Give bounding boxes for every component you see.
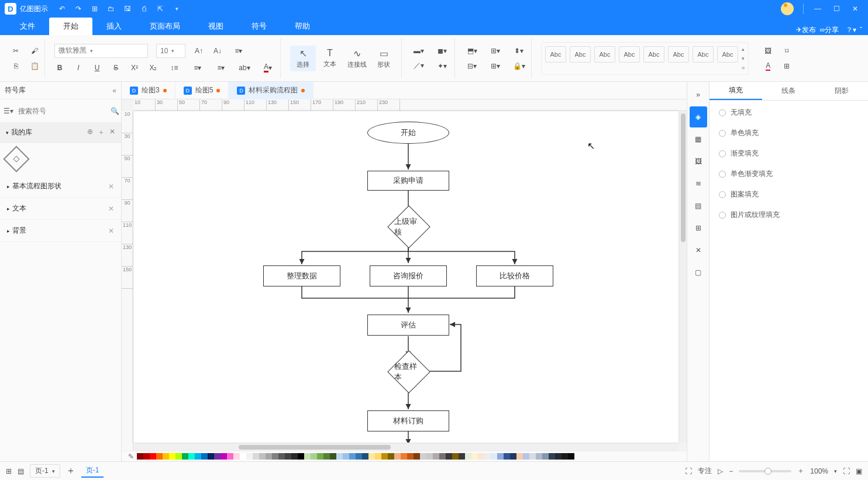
gallery-down-button[interactable]: ▾ <box>742 56 745 61</box>
font-color-button[interactable]: A▾ <box>260 63 275 73</box>
color-swatch[interactable] <box>175 453 182 460</box>
node-start[interactable]: 开始 <box>367 122 449 144</box>
bullets-button[interactable]: ≡▾ <box>190 63 205 73</box>
share-button[interactable]: ∞分享 <box>819 25 839 35</box>
style-preset-5[interactable]: Abc <box>643 46 664 63</box>
collapse-left-panel-button[interactable]: « <box>112 87 116 95</box>
color-swatch[interactable] <box>298 453 304 460</box>
menu-view[interactable]: 视图 <box>194 18 237 35</box>
add-page-button[interactable]: ＋ <box>66 465 75 477</box>
search-symbol-input[interactable] <box>16 105 108 118</box>
color-swatch[interactable] <box>356 453 362 460</box>
shadow-tab[interactable]: 阴影 <box>815 82 868 100</box>
color-swatch[interactable] <box>214 453 221 460</box>
node-compare-price[interactable]: 比较价格 <box>476 265 553 286</box>
decrease-font-button[interactable]: A↓ <box>212 46 223 56</box>
color-swatch[interactable] <box>420 453 426 460</box>
fill-color-button[interactable]: ▬▾ <box>411 46 426 56</box>
color-swatch[interactable] <box>536 453 542 460</box>
format-painter-button[interactable]: 🖌 <box>29 46 40 56</box>
color-swatch[interactable] <box>471 453 478 460</box>
fill-option-gradient[interactable]: 渐变填充 <box>719 149 859 158</box>
node-organize-data[interactable]: 整理数据 <box>263 265 340 286</box>
color-swatch[interactable] <box>150 453 156 460</box>
category-background[interactable]: ▸背景 ✕ <box>0 220 121 242</box>
style-preset-2[interactable]: Abc <box>570 46 591 63</box>
style-preset-4[interactable]: Abc <box>619 46 640 63</box>
picture-button[interactable]: 🖼 <box>763 46 773 56</box>
style-preset-8[interactable]: Abc <box>717 46 738 63</box>
undo-button[interactable]: ↶ <box>54 1 70 17</box>
page-selector[interactable]: 页-1▾ <box>30 464 60 478</box>
custom-shape-thumbnail[interactable] <box>3 146 29 172</box>
size-button[interactable]: ⬍▾ <box>511 46 526 56</box>
color-swatch[interactable] <box>439 453 446 460</box>
presentation-panel-button[interactable]: ▢ <box>690 262 707 283</box>
paste-button[interactable]: 📋 <box>29 61 40 71</box>
color-swatch[interactable] <box>562 453 568 460</box>
color-swatch[interactable] <box>188 453 195 460</box>
color-swatch[interactable] <box>291 453 298 460</box>
color-swatch[interactable] <box>426 453 433 460</box>
color-swatch[interactable] <box>137 453 143 460</box>
strikethrough-button[interactable]: S <box>111 63 121 73</box>
help-dropdown[interactable]: ？▾ <box>846 25 856 35</box>
focus-mode-button[interactable]: 专注 <box>698 466 712 476</box>
fill-option-mono-gradient[interactable]: 单色渐变填充 <box>719 169 859 179</box>
open-button[interactable]: 🗀 <box>103 1 119 17</box>
color-swatch[interactable] <box>349 453 356 460</box>
style-gallery[interactable]: Abc Abc Abc Abc Abc Abc Abc Abc ▴ ▾ ≡ <box>541 42 749 75</box>
color-swatch[interactable] <box>504 453 510 460</box>
color-swatch[interactable] <box>491 453 497 460</box>
color-swatch[interactable] <box>568 453 574 460</box>
node-check-sample[interactable]: 检查样本 <box>387 350 430 393</box>
color-swatch[interactable] <box>201 453 208 460</box>
bold-button[interactable]: B <box>54 63 65 73</box>
transform-panel-button[interactable]: ✕ <box>690 240 707 261</box>
color-swatch[interactable] <box>266 453 272 460</box>
redo-button[interactable]: ↷ <box>70 1 87 17</box>
fill-option-pattern[interactable]: 图案填充 <box>719 189 859 199</box>
color-swatch[interactable] <box>311 453 317 460</box>
color-swatch[interactable] <box>459 453 465 460</box>
fit-page-button[interactable]: ▣ <box>856 467 862 475</box>
line-color-button[interactable]: ／▾ <box>411 61 426 71</box>
color-swatch[interactable] <box>285 453 291 460</box>
color-swatch[interactable] <box>182 453 188 460</box>
node-evaluate[interactable]: 评估 <box>367 315 449 336</box>
minimize-button[interactable]: — <box>810 1 826 17</box>
underline-button[interactable]: U <box>92 63 102 73</box>
color-swatch[interactable] <box>407 453 414 460</box>
color-swatch[interactable] <box>381 453 388 460</box>
fill-tab[interactable]: 填充 <box>709 82 762 100</box>
color-swatch[interactable] <box>259 453 266 460</box>
fullscreen-button[interactable]: ⛶ <box>843 467 850 475</box>
export-button[interactable]: ⇱ <box>152 1 168 17</box>
menu-file[interactable]: 文件 <box>6 18 49 35</box>
menu-insert[interactable]: 插入 <box>92 18 136 35</box>
outline-view-button[interactable]: ▤ <box>18 467 24 475</box>
menu-symbol[interactable]: 符号 <box>237 18 281 35</box>
color-swatch[interactable] <box>542 453 549 460</box>
color-swatch[interactable] <box>343 453 349 460</box>
line-tab[interactable]: 线条 <box>762 82 815 100</box>
maximize-button[interactable]: ☐ <box>828 1 845 17</box>
color-swatch[interactable] <box>143 453 150 460</box>
drawing-canvas[interactable]: 开始 采购申请 上级审核 整理数据 咨询报价 比较价格 评估 检查样本 材料订购… <box>133 111 678 443</box>
publish-button[interactable]: ✈发布 <box>796 25 816 35</box>
horizontal-scrollbar[interactable] <box>133 444 678 451</box>
shadow-button[interactable]: ◼▾ <box>435 46 450 56</box>
color-swatch[interactable] <box>465 453 471 460</box>
layers-panel-button[interactable]: ≋ <box>690 173 707 194</box>
text-tool[interactable]: T文本 <box>317 46 343 71</box>
add-library-button[interactable]: ＋ <box>98 127 105 137</box>
style-preset-7[interactable]: Abc <box>693 46 714 63</box>
color-swatch[interactable] <box>195 453 201 460</box>
new-button[interactable]: ⊞ <box>87 1 103 17</box>
arrange-panel-button[interactable]: ⊞ <box>690 217 707 239</box>
color-swatch[interactable] <box>169 453 175 460</box>
menu-page-layout[interactable]: 页面布局 <box>136 18 194 35</box>
shape-tool[interactable]: ▭形状 <box>371 46 397 71</box>
subscript-button[interactable]: X₂ <box>148 63 159 73</box>
save-button[interactable]: 🖫 <box>119 1 136 17</box>
